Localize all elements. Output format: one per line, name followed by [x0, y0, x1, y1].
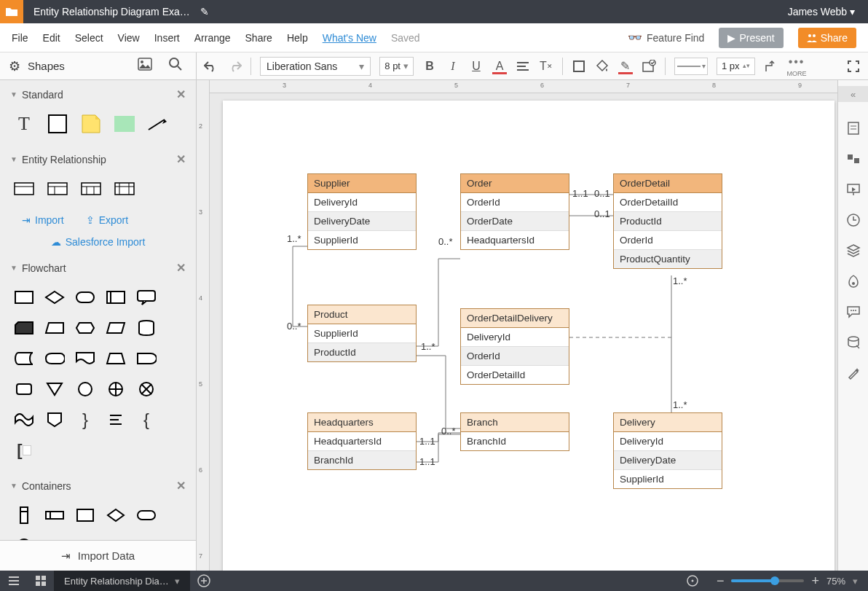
menu-file[interactable]: File [12, 32, 28, 44]
font-size-select[interactable]: 8 pt▾ [379, 57, 414, 76]
collapse-rail-button[interactable]: « [838, 86, 868, 102]
fc-terminal[interactable] [74, 286, 96, 308]
fc-doc[interactable] [74, 348, 96, 369]
cont-circle[interactable] [13, 535, 35, 540]
zoom-out-button[interactable]: − [717, 574, 725, 589]
align-button[interactable] [516, 61, 530, 71]
group-standard[interactable]: ▼Standard✕ [0, 80, 196, 109]
entity-field[interactable]: SupplierId [614, 470, 722, 488]
entity-header[interactable]: Supplier [308, 174, 416, 193]
fc-db[interactable] [135, 317, 157, 339]
cont-diamond[interactable] [105, 504, 127, 526]
undo-button[interactable] [204, 60, 218, 72]
entity-field[interactable]: HeadquartersId [308, 432, 416, 451]
note-shape[interactable] [80, 113, 102, 135]
menu-edit[interactable]: Edit [43, 32, 60, 44]
fc-internal[interactable] [105, 286, 127, 308]
menu-help[interactable]: Help [287, 32, 308, 44]
er-shape-2[interactable] [47, 178, 68, 200]
present-icon[interactable] [845, 181, 862, 198]
group-er[interactable]: ▼Entity Relationship✕ [0, 145, 196, 173]
page-settings-icon[interactable] [845, 120, 862, 137]
grid-view-icon[interactable] [28, 571, 54, 591]
entity-product[interactable]: Product SupplierId ProductId [307, 305, 417, 362]
entity-header[interactable]: Product [308, 305, 416, 324]
shape-outline-button[interactable] [572, 60, 586, 73]
line-route-button[interactable] [764, 60, 778, 73]
fc-brace-l[interactable]: { [135, 409, 157, 431]
fc-delay[interactable] [135, 348, 157, 369]
theme-icon[interactable] [845, 273, 862, 290]
entity-field[interactable]: DeliveryDate [308, 212, 416, 231]
fc-display[interactable] [44, 348, 66, 369]
bold-button[interactable]: B [422, 60, 437, 73]
rect-shape[interactable] [47, 113, 68, 135]
cont-pill[interactable] [135, 504, 157, 526]
er-shape-1[interactable] [13, 178, 35, 200]
entity-field[interactable]: OrderId [461, 347, 569, 366]
fc-sum[interactable] [105, 378, 127, 400]
entity-field[interactable]: OrderDetailId [614, 193, 722, 212]
fc-rect[interactable] [13, 286, 35, 308]
text-color-button[interactable]: A [492, 60, 507, 73]
group-flowchart[interactable]: ▼Flowchart✕ [0, 254, 196, 282]
salesforce-link[interactable]: ☁Salesforce Import [51, 236, 146, 248]
entity-headquarters[interactable]: Headquarters HeadquartersId BranchId [307, 412, 417, 470]
line-style-select[interactable]: ▾ [674, 58, 708, 75]
fc-para[interactable] [105, 317, 127, 339]
history-icon[interactable] [845, 211, 862, 229]
zoom-slider[interactable] [731, 579, 804, 582]
entity-field[interactable]: DeliveryId [308, 193, 416, 212]
entity-branch[interactable]: Branch BranchId [460, 412, 569, 451]
fc-input[interactable] [44, 317, 66, 339]
fullscreen-button[interactable] [846, 60, 861, 73]
close-group-icon[interactable]: ✕ [176, 87, 186, 101]
import-data-button[interactable]: ⇥ Import Data [0, 540, 196, 571]
fc-r2[interactable] [13, 378, 35, 400]
entity-header[interactable]: OrderDetailDelivery [461, 309, 569, 328]
entity-field[interactable]: OrderDetailId [461, 366, 569, 384]
zoom-in-button[interactable]: + [811, 574, 819, 589]
italic-button[interactable]: I [446, 60, 460, 73]
gear-icon[interactable]: ⚙ [9, 58, 20, 74]
er-shape-3[interactable] [80, 178, 102, 200]
menu-share[interactable]: Share [245, 32, 272, 44]
fc-bracket[interactable]: [ [13, 439, 35, 461]
document-icon[interactable] [0, 0, 23, 23]
fc-diamond[interactable] [44, 286, 66, 308]
close-group-icon[interactable]: ✕ [176, 261, 186, 275]
entity-header[interactable]: Delivery [614, 413, 722, 432]
entity-header[interactable]: Order [461, 174, 569, 193]
line-width-select[interactable]: 1 px▴▾ [717, 58, 755, 75]
fc-brace-r[interactable]: } [74, 409, 96, 431]
entity-field[interactable]: HeadquartersId [461, 231, 569, 249]
image-icon[interactable] [133, 58, 157, 74]
zoom-dropdown-icon[interactable]: ▾ [853, 576, 858, 587]
border-color-button[interactable]: ✎ [618, 59, 633, 73]
feature-find[interactable]: 👓 Feature Find [628, 31, 704, 44]
fc-tri[interactable] [44, 378, 66, 400]
close-group-icon[interactable]: ✕ [176, 152, 186, 166]
fc-note[interactable] [105, 409, 127, 431]
more-button[interactable]: •••MORE [787, 55, 807, 77]
entity-header[interactable]: Headquarters [308, 413, 416, 432]
entity-header[interactable]: OrderDetail [614, 174, 722, 193]
entity-field[interactable]: ProductId [614, 212, 722, 231]
present-button[interactable]: ▶ Present [719, 28, 783, 48]
fc-offpage[interactable] [44, 409, 66, 431]
entity-orderdetaildelivery[interactable]: OrderDetailDelivery DeliveryId OrderId O… [460, 308, 569, 385]
zoom-value[interactable]: 75% [826, 576, 845, 587]
edit-title-icon[interactable]: ✎ [200, 6, 209, 17]
fc-circle[interactable] [74, 378, 96, 400]
arrow-shape[interactable] [147, 113, 169, 135]
fc-trap[interactable] [105, 348, 127, 369]
er-shape-4[interactable] [114, 178, 135, 200]
fc-or[interactable] [135, 378, 157, 400]
group-containers[interactable]: ▼Containers✕ [0, 471, 196, 500]
entity-field[interactable]: BranchId [461, 432, 569, 450]
import-link[interactable]: ⇥Import [22, 214, 64, 226]
menu-view[interactable]: View [118, 32, 140, 44]
entity-header[interactable]: Branch [461, 413, 569, 432]
document-title[interactable]: Entity Relationship Diagram Exa… [23, 6, 200, 17]
data-icon[interactable] [845, 334, 862, 351]
